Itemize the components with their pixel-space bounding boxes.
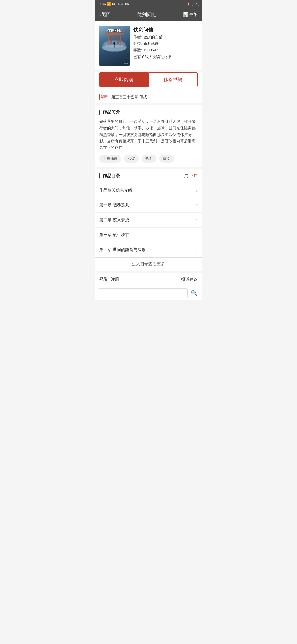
cover-watermark: kakab (123, 62, 128, 65)
catalog-item-text: 第四章 世间的龌龊与温暖 (99, 247, 146, 252)
tag-item[interactable]: 热血 (142, 155, 156, 163)
description-section: 作品简介 破落巷里的孤儿，一边苟活，一边追寻身世之谜，推开修行者的大门，剑仙、杀… (95, 105, 202, 167)
catalog-title: 作品目录 (103, 173, 120, 179)
svg-rect-4 (105, 33, 123, 35)
status-quality: HD (125, 2, 129, 6)
book-word-count: 字数: 1300547 (133, 48, 198, 53)
bookshelf-label: 书架 (189, 12, 198, 17)
mute-icon: 🔇 (187, 2, 191, 6)
section-icon (99, 110, 100, 115)
book-title: 仗剑问仙 (133, 26, 198, 33)
book-cover-art: 仗剑问仙 kakab (99, 26, 130, 66)
catalog-order-label: 正序 (190, 173, 198, 178)
sort-icon: 🎵 (183, 173, 189, 179)
catalog-item[interactable]: 第一章 陋巷孤儿 › (95, 198, 202, 213)
tag-item[interactable]: 爽文 (159, 155, 174, 163)
book-readers: 已有 624人次读过此书 (133, 54, 198, 59)
search-icon: 🔍 (191, 290, 198, 296)
svg-point-10 (113, 42, 116, 44)
catalog-item-text: 第二章 夜来梦成 (99, 217, 129, 223)
catalog-item[interactable]: 第四章 世间的龌龊与温暖 › (95, 242, 202, 257)
catalog-items: 作品相关信息介绍 › 第一章 陋巷孤儿 › 第二章 夜来梦成 › 第三章 横生枝… (95, 183, 202, 257)
back-label: 返回 (102, 12, 111, 18)
catalog-item-text: 作品相关信息介绍 (99, 188, 132, 193)
catalog-section-icon (99, 173, 100, 179)
latest-badge: 最新 (99, 94, 109, 100)
svg-point-11 (102, 45, 127, 51)
svg-rect-6 (110, 36, 112, 44)
catalog-item[interactable]: 第三章 横生枝节 › (95, 228, 202, 242)
status-left: 11:06 📶 13.0 KB/S HD (98, 2, 129, 6)
latest-chapter-text: 第三百三十五章 停战 (111, 95, 147, 100)
catalog-item[interactable]: 第二章 夜来梦成 › (95, 213, 202, 228)
catalog-section: 作品目录 🎵 正序 作品相关信息介绍 › 第一章 陋巷孤儿 › 第二章 夜来梦成… (95, 169, 202, 271)
search-input[interactable] (98, 288, 188, 298)
nav-bar: ‹ 返回 仗剑问仙 📊 书架 (95, 8, 202, 21)
tag-item[interactable]: 古典仙侠 (99, 155, 121, 163)
status-right: 🔇 47 (187, 2, 199, 6)
remove-button[interactable]: 移除书架 (148, 72, 198, 87)
login-register-button[interactable]: 登录 | 注册 (99, 277, 119, 282)
complaint-button[interactable]: 投诉建议 (181, 277, 198, 282)
search-button[interactable]: 🔍 (190, 289, 199, 298)
more-catalog-button[interactable]: 进入目录查看更多 (95, 257, 202, 271)
catalog-item-text: 第三章 横生枝节 (99, 232, 129, 238)
svg-rect-3 (120, 36, 121, 47)
chevron-right-icon: › (196, 217, 198, 223)
back-chevron-icon: ‹ (99, 12, 101, 17)
back-button[interactable]: ‹ 返回 (99, 12, 111, 18)
book-category: 分类: 新派武侠 (133, 41, 198, 46)
action-buttons: 立即阅读 移除书架 (95, 72, 202, 91)
catalog-header-left: 作品目录 (99, 173, 120, 179)
catalog-order-button[interactable]: 🎵 正序 (183, 173, 198, 179)
svg-rect-7 (117, 36, 119, 44)
battery-indicator: 47 (192, 2, 199, 6)
desc-text: 破落巷里的孤儿，一边苟活，一边追寻身世之谜，推开修行者的大门，剑仙、杀手、沙场、… (99, 118, 198, 151)
chevron-right-icon: › (196, 232, 198, 238)
catalog-header: 作品目录 🎵 正序 (95, 169, 202, 183)
desc-header: 作品简介 (99, 109, 198, 115)
tag-item[interactable]: 权谋 (124, 155, 139, 163)
status-time: 11:06 (98, 2, 106, 6)
book-info-section: 仗剑问仙 kakab 仗剑问仙 作者: 傲娇的白猫 分类: 新派武侠 字数: 1… (95, 21, 202, 70)
book-cover: 仗剑问仙 kakab (99, 26, 130, 66)
desc-title: 作品简介 (103, 109, 120, 115)
book-author: 作者: 傲娇的白猫 (133, 35, 198, 40)
chevron-right-icon: › (196, 202, 198, 208)
latest-chapter: 最新 第三百三十五章 停战 (95, 91, 202, 103)
cover-title: 仗剑问仙 (99, 28, 130, 33)
chevron-right-icon: › (196, 187, 198, 193)
status-speed: 13.0 KB/S (112, 2, 124, 6)
svg-rect-2 (108, 36, 109, 47)
catalog-item[interactable]: 作品相关信息介绍 › (95, 183, 202, 198)
bookshelf-bar-icon: 📊 (183, 12, 188, 17)
status-signal: 📶 (107, 2, 111, 6)
svg-rect-8 (110, 36, 119, 37)
nav-title: 仗剑问仙 (137, 11, 157, 18)
tags-container: 古典仙侠权谋热血爽文 (99, 155, 198, 163)
bookshelf-button[interactable]: 📊 书架 (183, 12, 198, 17)
catalog-item-text: 第一章 陋巷孤儿 (99, 203, 129, 208)
status-bar: 11:06 📶 13.0 KB/S HD 🔇 47 (95, 0, 202, 8)
chevron-right-icon: › (196, 247, 198, 253)
footer: 登录 | 注册 投诉建议 (95, 273, 202, 286)
search-bar: 🔍 (95, 286, 202, 300)
book-details: 仗剑问仙 作者: 傲娇的白猫 分类: 新派武侠 字数: 1300547 已有 6… (133, 26, 198, 66)
read-button[interactable]: 立即阅读 (99, 72, 148, 87)
